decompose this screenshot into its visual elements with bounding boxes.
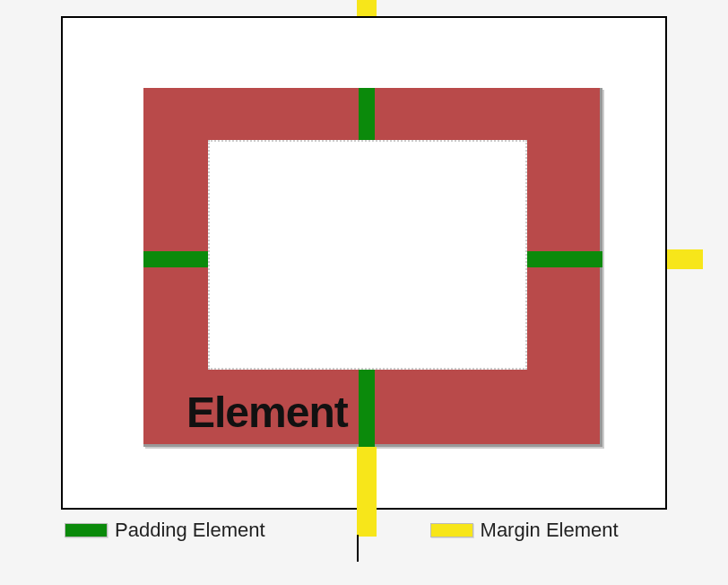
padding-indicator-bottom [359,370,375,447]
padding-indicator-top [359,88,375,140]
element-label: Element [186,388,348,437]
legend-label-margin: Margin Element [481,519,619,542]
legend: Padding Element Margin Element [65,519,692,542]
legend-swatch-padding [65,523,108,537]
legend-swatch-margin [430,523,473,537]
padding-indicator-left [143,251,208,267]
padding-indicator-right [527,251,602,267]
text-cursor [357,535,359,562]
legend-label-padding: Padding Element [115,519,265,542]
box-model-diagram: Element Padding Element Margin Element [0,0,728,585]
content-area [208,140,527,370]
